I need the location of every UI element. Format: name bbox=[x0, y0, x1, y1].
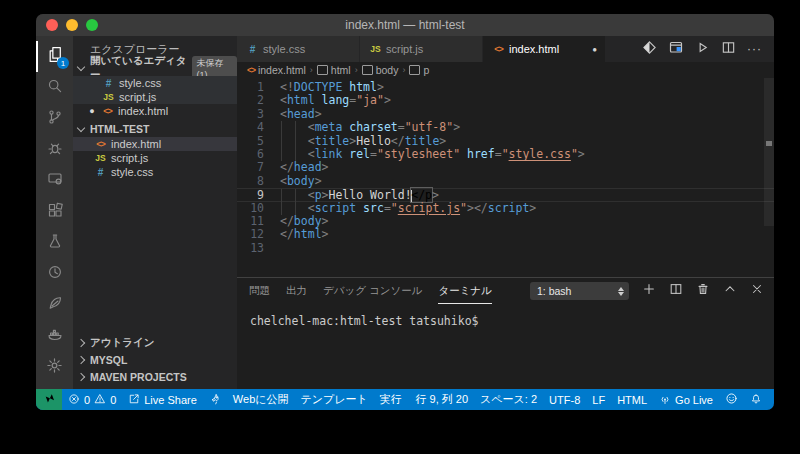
tab-style-css[interactable]: # style.css bbox=[237, 36, 360, 62]
sidebar-item-timeline[interactable] bbox=[36, 259, 73, 290]
line-number: 11 bbox=[237, 215, 264, 228]
traffic-lights bbox=[46, 19, 98, 31]
maven-projects-section-header[interactable]: MAVEN PROJECTS bbox=[73, 368, 237, 385]
line-number: 13 bbox=[237, 242, 264, 255]
minimize-window-button[interactable] bbox=[66, 19, 78, 31]
sidebar-item-docker[interactable] bbox=[36, 321, 73, 352]
cursor-position-status[interactable]: 行 9, 列 20 bbox=[410, 389, 475, 410]
breadcrumb-p[interactable]: p bbox=[409, 64, 429, 76]
open-in-browser-icon[interactable] bbox=[668, 39, 684, 59]
indentation-label: スペース: 2 bbox=[480, 392, 537, 407]
open-editor-script-js[interactable]: JS script.js bbox=[73, 90, 237, 104]
close-panel-icon[interactable] bbox=[750, 282, 764, 300]
maximize-panel-icon[interactable] bbox=[723, 282, 737, 300]
notifications-button[interactable] bbox=[744, 389, 768, 410]
sidebar-item-live-server[interactable] bbox=[36, 290, 73, 321]
line-number: 8 bbox=[237, 175, 264, 188]
sidebar-item-source-control[interactable] bbox=[36, 103, 73, 134]
shell-selector-dropdown[interactable]: 1: bash bbox=[530, 282, 629, 300]
tab-index-html[interactable]: <> index.html ● bbox=[483, 36, 606, 62]
tree-item-script-js[interactable]: JS script.js bbox=[73, 151, 237, 165]
problems-status[interactable]: 0 0 bbox=[62, 389, 122, 410]
new-terminal-icon[interactable] bbox=[642, 282, 656, 300]
eol-label: LF bbox=[592, 394, 605, 406]
open-editors-section-header[interactable]: 開いているエディター 未保存 (1) bbox=[73, 60, 237, 76]
publish-web-button[interactable]: Webに公開 bbox=[227, 389, 295, 410]
kill-terminal-icon[interactable] bbox=[696, 282, 710, 300]
breadcrumb-html[interactable]: html bbox=[317, 64, 351, 76]
sidebar-item-explorer[interactable]: 1 bbox=[36, 41, 73, 72]
file-name: script.js bbox=[119, 91, 156, 103]
code-line-6[interactable]: 6 <link rel="stylesheet" href="style.css… bbox=[237, 148, 774, 161]
modified-dot-icon[interactable]: ● bbox=[592, 45, 597, 54]
sidebar-item-test[interactable] bbox=[36, 228, 73, 259]
go-live-button[interactable]: Go Live bbox=[653, 389, 719, 410]
tree-item-style-css[interactable]: # style.css bbox=[73, 165, 237, 179]
remote-indicator[interactable] bbox=[36, 389, 62, 410]
language-mode-status[interactable]: HTML bbox=[611, 389, 653, 410]
activity-bar: 1 bbox=[36, 36, 73, 389]
template-button[interactable]: テンプレート bbox=[295, 389, 374, 410]
sidebar-item-search[interactable] bbox=[36, 72, 73, 103]
status-bar: 0 0 Live Share Webに公開 テンプレート 実行 行 9, 列 2… bbox=[36, 389, 774, 410]
tab-script-js[interactable]: JS script.js bbox=[360, 36, 483, 62]
code-line-12[interactable]: 12</html> bbox=[237, 228, 774, 241]
indentation-status[interactable]: スペース: 2 bbox=[474, 389, 543, 410]
tab-output[interactable]: 出力 bbox=[286, 278, 307, 304]
open-editor-index-html[interactable]: ● <> index.html bbox=[73, 104, 237, 118]
tab-debug-console[interactable]: デバッグ コンソール bbox=[323, 278, 422, 304]
tab-problems[interactable]: 問題 bbox=[249, 278, 270, 304]
code-line-4[interactable]: 4 <meta charset="utf-8"> bbox=[237, 121, 774, 134]
beautify-icon[interactable] bbox=[642, 40, 657, 59]
titlebar[interactable]: index.html — html-test bbox=[36, 14, 774, 36]
breadcrumb-body[interactable]: body bbox=[362, 64, 399, 76]
chevron-right-icon: › bbox=[402, 65, 405, 75]
terminal-output[interactable]: chelchel-mac:html-test tatsuhiko$ bbox=[237, 304, 774, 389]
eol-status[interactable]: LF bbox=[586, 389, 611, 410]
tree-item-index-html[interactable]: <> index.html bbox=[73, 137, 237, 151]
breadcrumb-label: html bbox=[331, 64, 351, 76]
code-editor[interactable]: 1<!DOCTYPE html>2<html lang="ja">3<head>… bbox=[237, 78, 774, 277]
warning-count: 0 bbox=[110, 394, 116, 406]
code-line-11[interactable]: 11</body> bbox=[237, 215, 774, 228]
symbol-icon bbox=[409, 65, 420, 75]
code-line-10[interactable]: 10 <script src="script.js"></script> bbox=[237, 202, 774, 215]
fullscreen-window-button[interactable] bbox=[86, 19, 98, 31]
code-line-3[interactable]: 3<head> bbox=[237, 108, 774, 121]
more-actions-icon[interactable]: ··· bbox=[747, 42, 762, 56]
sidebar-item-debug[interactable] bbox=[36, 134, 73, 165]
editor-tab-bar: # style.css JS script.js <> index.html ● bbox=[237, 36, 774, 62]
feedback-button[interactable] bbox=[719, 389, 744, 410]
deploy-button[interactable] bbox=[203, 389, 227, 410]
source-control-icon bbox=[47, 109, 63, 129]
folder-section-header[interactable]: HTML-TEST bbox=[73, 121, 237, 137]
html-file-icon: <> bbox=[493, 44, 504, 54]
manage-button[interactable] bbox=[36, 352, 73, 383]
code-line-8[interactable]: 8<body> bbox=[237, 175, 774, 188]
tab-terminal[interactable]: ターミナル bbox=[438, 278, 491, 304]
breadcrumb-file[interactable]: <> index.html bbox=[247, 64, 306, 76]
split-editor-icon[interactable] bbox=[721, 40, 736, 59]
code-line-5[interactable]: 5 <title>Hello</title> bbox=[237, 135, 774, 148]
split-terminal-icon[interactable] bbox=[669, 282, 683, 300]
code-line-13[interactable]: 13 bbox=[237, 242, 774, 255]
editor-scrollbar[interactable] bbox=[764, 78, 774, 226]
code-line-7[interactable]: 7</head> bbox=[237, 161, 774, 174]
line-content: </body> bbox=[264, 215, 329, 228]
chevron-down-icon bbox=[77, 63, 85, 71]
mysql-section-header[interactable]: MYSQL bbox=[73, 351, 237, 368]
sidebar-item-remote-explorer[interactable] bbox=[36, 165, 73, 196]
code-line-9[interactable]: 9 <p>Hello World!</p> bbox=[237, 188, 774, 201]
sidebar-item-extensions[interactable] bbox=[36, 196, 73, 227]
run-code-icon[interactable] bbox=[695, 40, 710, 59]
language-label: HTML bbox=[617, 394, 647, 406]
run-button[interactable]: 実行 bbox=[374, 389, 408, 410]
outline-section-header[interactable]: アウトライン bbox=[73, 334, 237, 351]
close-window-button[interactable] bbox=[46, 19, 58, 31]
encoding-status[interactable]: UTF-8 bbox=[543, 389, 586, 410]
open-editor-style-css[interactable]: # style.css bbox=[73, 76, 237, 90]
live-share-button[interactable]: Live Share bbox=[122, 389, 203, 410]
error-icon bbox=[68, 393, 80, 407]
code-line-2[interactable]: 2<html lang="ja"> bbox=[237, 94, 774, 107]
code-line-1[interactable]: 1<!DOCTYPE html> bbox=[237, 81, 774, 94]
